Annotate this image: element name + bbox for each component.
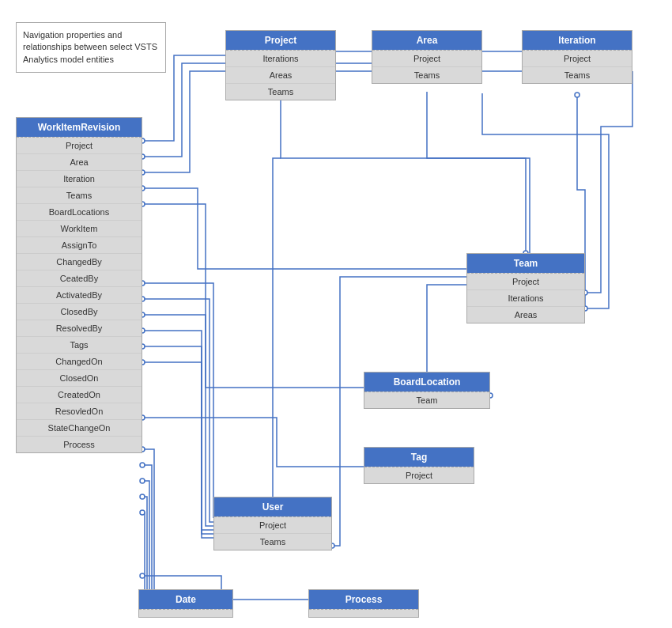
user-body: Project Teams [214,516,331,550]
project-entity: Project Iterations Areas Teams [225,30,336,100]
svg-point-18 [140,573,145,578]
svg-point-14 [140,463,145,467]
tag-entity: Tag Project [364,447,474,484]
user-field-teams: Teams [214,534,331,550]
area-header: Area [372,31,481,50]
area-body: Project Teams [372,50,481,83]
workitem-revision-entity: WorkItemRevision Project Area Iteration … [16,117,142,453]
field-changedby: ChangedBy [17,254,142,270]
field-assignto: AssignTo [17,237,142,254]
iteration-body: Project Teams [523,50,632,83]
area-field-project: Project [372,51,481,67]
field-resovledon: ResovledOn [17,403,142,420]
svg-point-23 [575,93,580,97]
iteration-header: Iteration [523,31,632,50]
team-body: Project Iterations Areas [467,273,584,323]
field-ceatedby: CeatedBy [17,270,142,287]
iteration-entity: Iteration Project Teams [522,30,632,84]
iteration-field-teams: Teams [523,67,632,83]
field-resolvedby: ResolvedBy [17,320,142,337]
info-box-text: Navigation properties and relationships … [23,30,157,64]
team-field-areas: Areas [467,307,584,323]
tag-field-project: Project [364,467,474,483]
field-project: Project [17,138,142,154]
tag-body: Project [364,467,474,483]
svg-point-17 [140,510,145,515]
field-iteration: Iteration [17,171,142,187]
svg-point-16 [140,494,145,499]
team-header: Team [467,254,584,273]
project-field-areas: Areas [226,67,335,84]
field-boardlocations: BoardLocations [17,204,142,221]
user-field-project: Project [214,517,331,534]
date-body [139,609,232,617]
team-field-project: Project [467,274,584,290]
project-field-teams: Teams [226,84,335,100]
process-entity: Process [308,589,419,618]
field-statechangeon: StateChangeOn [17,420,142,437]
field-teams: Teams [17,187,142,204]
project-field-iterations: Iterations [226,51,335,67]
project-body: Iterations Areas Teams [226,50,335,100]
field-closedby: ClosedBy [17,304,142,320]
diagram-container: Navigation properties and relationships … [0,0,672,628]
process-body [309,609,418,617]
project-header: Project [226,31,335,50]
boardlocation-header: BoardLocation [364,373,489,392]
team-entity: Team Project Iterations Areas [466,253,585,323]
field-closedon: ClosedOn [17,370,142,387]
process-header: Process [309,590,418,609]
field-process: Process [17,437,142,452]
field-tags: Tags [17,337,142,354]
workitem-revision-header: WorkItemRevision [17,118,142,137]
area-field-teams: Teams [372,67,481,83]
area-entity: Area Project Teams [372,30,482,84]
iteration-field-project: Project [523,51,632,67]
field-area: Area [17,154,142,171]
workitem-revision-body: Project Area Iteration Teams BoardLocati… [17,137,142,452]
boardlocation-entity: BoardLocation Team [364,372,490,409]
team-field-iterations: Iterations [467,290,584,307]
user-entity: User Project Teams [213,497,332,550]
field-changedon: ChangedOn [17,354,142,370]
tag-header: Tag [364,448,474,467]
field-workitem: WorkItem [17,221,142,237]
boardlocation-field-team: Team [364,392,489,408]
field-createdon: CreatedOn [17,387,142,403]
boardlocation-body: Team [364,392,489,408]
user-header: User [214,497,331,516]
field-activatedby: ActivatedBy [17,287,142,304]
info-box: Navigation properties and relationships … [16,22,166,73]
date-entity: Date [138,589,233,618]
svg-point-15 [140,479,145,483]
date-header: Date [139,590,232,609]
